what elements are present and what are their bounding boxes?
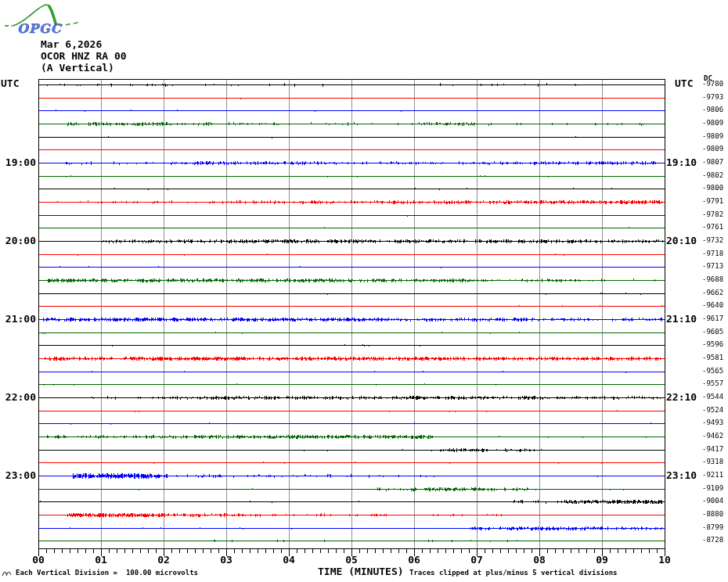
x-tick-label: 04 [276,554,302,566]
dc-value: -8799 [702,524,723,531]
dc-value: -9806 [702,106,723,113]
header-date: Mar 6,2026 [41,38,102,50]
dc-value: -9605 [702,329,723,336]
dc-value: -9524 [702,407,723,414]
header-component: (A Vertical) [41,62,114,74]
dc-value: -9802 [702,172,723,179]
dc-value: -9318 [702,458,723,465]
dc-value: -9809 [702,133,723,140]
x-tick-label: 05 [338,554,365,566]
x-tick-label: 10 [651,554,678,566]
right-time-label: 19:10 [666,157,697,167]
dc-value: -9557 [702,380,723,387]
x-tick-label: 08 [526,554,553,566]
opgc-logo-text: OPGC [17,21,63,36]
left-time-label: 20:00 [0,235,36,246]
dc-value: -9761 [702,224,723,231]
right-time-label: 21:10 [666,314,697,324]
dc-value: -9596 [702,341,723,348]
dc-value: -9544 [702,393,723,401]
utc-label-left: UTC [1,77,19,89]
dc-value: -9780 [702,81,723,88]
header-station: OCOR HNZ RA 00 [41,50,127,62]
utc-label-right: UTC [675,77,693,89]
dc-value: -9617 [702,315,723,322]
dc-value: -9109 [702,485,723,492]
left-time-label: 21:00 [0,314,36,324]
dc-value: -9662 [702,289,723,296]
left-time-label: 23:00 [0,470,36,480]
dc-value: -9800 [702,185,723,192]
dc-value: -9417 [702,446,723,453]
dc-value: -9807 [702,159,723,166]
dc-value: -8728 [702,537,723,544]
dc-value: -9462 [702,433,723,440]
left-time-label: 22:00 [0,392,36,402]
dc-value: -9565 [702,368,723,375]
dc-value: -9688 [702,276,723,283]
dc-value: -9793 [702,94,723,101]
dc-value: -9581 [702,354,723,361]
dc-value: -9211 [702,472,723,479]
helicorder-page: OPGC Mar 6,2026 OCOR HNZ RA 00 (A Vertic… [0,0,728,582]
watermark-icon [2,568,13,578]
right-time-label: 22:10 [666,392,697,402]
x-tick-label: 01 [88,554,114,566]
clip-note: Traces clipped at plus/minus 5 vertical … [409,569,618,577]
dc-value: -9809 [702,146,723,153]
right-time-label: 23:10 [666,470,697,480]
x-tick-label: 07 [463,554,490,566]
dc-value: -9713 [702,263,723,270]
dc-value: -9791 [702,198,723,205]
opgc-logo: OPGC [4,2,84,39]
x-tick-label: 09 [589,554,615,566]
dc-value: -8880 [702,511,723,518]
dc-value: -9732 [702,237,723,244]
left-time-label: 19:00 [0,157,36,167]
x-axis-title: TIME (MINUTES) [318,566,404,577]
right-time-label: 20:10 [666,235,697,246]
dc-value: -9493 [702,419,723,426]
x-tick-label: 06 [401,554,427,566]
dc-value: -9640 [702,302,723,309]
dc-value: -9004 [702,498,723,505]
x-tick-label: 02 [150,554,177,566]
helicorder-plot-canvas [0,0,728,582]
x-tick-label: 03 [213,554,240,566]
x-tick-label: 00 [25,554,52,566]
scale-note: Each Vertical Division = 100.00 microvol… [16,569,198,577]
dc-value: -9782 [702,211,723,218]
dc-value: -9718 [702,250,723,257]
dc-value: -9809 [702,120,723,127]
